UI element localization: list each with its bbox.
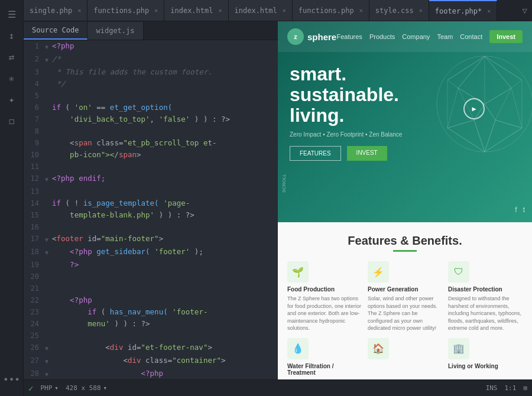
code-line: 4 */ xyxy=(24,78,278,90)
tab-index-html-2[interactable]: index.html ✕ xyxy=(229,0,293,21)
close-icon[interactable]: ✕ xyxy=(419,7,423,14)
sidebar-icon-star[interactable]: ✦ xyxy=(2,90,21,109)
tab-index-html-1[interactable]: index.html ✕ xyxy=(164,0,228,21)
play-button[interactable]: ▶ xyxy=(463,98,485,119)
sidebar-icon-swap[interactable]: ⇄ xyxy=(2,47,21,66)
line-code[interactable] xyxy=(52,271,273,283)
line-code[interactable]: menu' ) ) : ?> xyxy=(52,318,273,330)
line-code[interactable]: * This file adds the custom footer. xyxy=(52,66,273,78)
line-arrow: ▼ xyxy=(45,368,52,379)
close-icon[interactable]: ✕ xyxy=(154,7,158,14)
scroll-indicator: SCROLL xyxy=(281,174,287,193)
tab-widget-js[interactable]: widget.js xyxy=(87,22,143,40)
line-arrow: ▼ xyxy=(45,342,52,355)
tab-bar: single.php ✕ functions.php ✕ index.html … xyxy=(0,0,532,21)
line-number: 25 xyxy=(24,330,45,342)
nav-products[interactable]: Products xyxy=(369,33,395,40)
line-arrow xyxy=(45,78,52,79)
line-code[interactable] xyxy=(52,330,273,342)
tab-style-css[interactable]: style.css ✕ xyxy=(369,0,429,21)
status-right: INS 1:1 ⊞ xyxy=(486,384,527,392)
hero-subtitle: Zero Impact • Zero Footprint • Zen Balan… xyxy=(290,131,520,138)
line-code[interactable] xyxy=(52,161,273,173)
line-code[interactable]: /* xyxy=(52,53,273,65)
line-code[interactable]: <div id="et-footer-nav"> xyxy=(52,342,273,353)
line-code[interactable]: <?php xyxy=(52,294,273,306)
code-line: 2▼/* xyxy=(24,53,278,66)
line-code[interactable] xyxy=(52,125,273,137)
features-button[interactable]: FEATURES xyxy=(290,146,341,161)
invest-button[interactable]: INVEST xyxy=(347,146,387,161)
line-arrow xyxy=(45,186,52,187)
close-icon[interactable]: ✕ xyxy=(487,8,491,14)
line-code[interactable]: if ( has_nav_menu( 'footer- xyxy=(52,306,273,318)
line-code[interactable] xyxy=(52,221,273,233)
features-title: Features & Benefits. xyxy=(287,234,523,248)
facebook-icon[interactable]: f xyxy=(515,206,517,214)
status-mode[interactable]: INS xyxy=(486,384,498,392)
status-grid-icon[interactable]: ⊞ xyxy=(523,384,527,392)
feature-desc: Solar, wind and other power options base… xyxy=(368,295,442,332)
nav-features[interactable]: Features xyxy=(336,33,362,40)
code-line: 23 if ( has_nav_menu( 'footer- xyxy=(24,306,278,318)
preview-features: Features & Benefits. 🌱Food ProductionThe… xyxy=(278,222,532,379)
line-code[interactable]: if ( ! is_page_template( 'page- xyxy=(52,197,273,209)
tab-functions-php[interactable]: functions.php ✕ xyxy=(87,0,164,21)
line-arrow xyxy=(45,102,52,103)
line-code[interactable]: */ xyxy=(52,78,273,90)
sidebar-icon-more[interactable]: ••• xyxy=(2,370,21,389)
status-zoom[interactable]: 1:1 xyxy=(505,384,517,392)
tab-single-php[interactable]: single.php ✕ xyxy=(24,0,87,21)
line-code[interactable]: ?> xyxy=(52,259,273,271)
features-underline xyxy=(393,250,417,252)
twitter-icon[interactable]: t xyxy=(523,206,525,214)
sidebar-icon-square[interactable]: ◻ xyxy=(2,111,21,130)
close-icon[interactable]: ✕ xyxy=(283,7,286,14)
feature-desc: Designed to withstand the harshest of en… xyxy=(448,295,523,332)
tab-source-code[interactable]: Source Code xyxy=(24,22,87,40)
status-dimensions[interactable]: 428 x 588 ▾ xyxy=(66,384,107,392)
line-number: 18 xyxy=(24,246,45,258)
tab-label: functions.php xyxy=(299,7,354,15)
line-code[interactable]: <div class="container"> xyxy=(52,355,273,366)
sidebar-icon-menu[interactable]: ☰ xyxy=(2,5,21,24)
status-language[interactable]: PHP ▾ xyxy=(40,384,59,392)
line-arrow xyxy=(45,197,52,199)
code-line: 17▼<footer id="main-footer"> xyxy=(24,233,278,246)
social-icons: f t xyxy=(515,206,525,214)
tab-footer-php[interactable]: footer.php* ✕ xyxy=(429,0,498,21)
features-grid: 🌱Food ProductionThe Z Sphere has two opt… xyxy=(287,261,523,378)
line-number: 9 xyxy=(24,137,45,149)
close-icon[interactable]: ✕ xyxy=(359,7,363,14)
line-code[interactable] xyxy=(52,90,273,102)
line-number: 8 xyxy=(24,125,45,137)
code-line: 18▼ <?php get_sidebar( 'footer' ); xyxy=(24,246,278,259)
line-arrow xyxy=(45,306,52,307)
line-code[interactable]: <?php xyxy=(52,40,273,52)
sidebar-icon-arrows[interactable]: ↕ xyxy=(2,26,21,45)
code-line: 5 xyxy=(24,90,278,102)
line-arrow: ▼ xyxy=(45,53,52,66)
line-code[interactable]: pb-icon"></span> xyxy=(52,149,273,161)
code-line: 6if ( 'on' == et_get_option( xyxy=(24,102,278,113)
line-code[interactable]: if ( 'on' == et_get_option( xyxy=(52,102,273,113)
close-icon[interactable]: ✕ xyxy=(218,7,222,14)
tab-functions-php-2[interactable]: functions.php ✕ xyxy=(293,0,369,21)
line-code[interactable]: <?php get_sidebar( 'footer' ); xyxy=(52,246,273,258)
line-code[interactable]: 'divi_back_to_top', 'false' ) ) : ?> xyxy=(52,113,273,125)
feature-name: Disaster Protection xyxy=(448,286,523,293)
line-code[interactable]: <span class="et_pb_scroll_top et- xyxy=(52,137,273,149)
line-code[interactable]: <?php endif; xyxy=(52,173,273,184)
line-code[interactable] xyxy=(52,186,273,197)
filter-icon[interactable]: ▽ xyxy=(523,6,527,15)
line-code[interactable]: <footer id="main-footer"> xyxy=(52,233,273,245)
feature-icon: 🏢 xyxy=(448,338,469,359)
close-icon[interactable]: ✕ xyxy=(77,7,81,14)
nav-company[interactable]: Company xyxy=(402,33,430,40)
sidebar-icon-asterisk[interactable]: ✳ xyxy=(2,69,21,87)
code-editor[interactable]: 1▼<?php2▼/*3 * This file adds the custom… xyxy=(24,40,278,379)
line-code[interactable]: <?php xyxy=(52,368,273,379)
chevron-down-icon: ▾ xyxy=(103,384,108,392)
line-code[interactable]: template-blank.php' ) ) : ?> xyxy=(52,209,273,221)
line-code[interactable] xyxy=(52,283,273,294)
